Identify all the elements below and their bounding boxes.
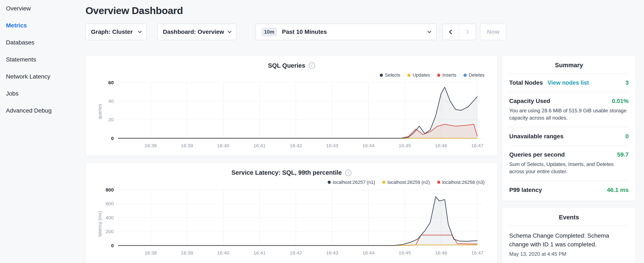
svg-text:16:43: 16:43 bbox=[326, 143, 338, 148]
summary-row-p99-latency: P99 latency 46.1 ms bbox=[509, 181, 629, 199]
svg-text:16:44: 16:44 bbox=[362, 250, 374, 255]
charts-column: SQL Queries i SelectsUpdatesInsertsDelet… bbox=[86, 55, 498, 263]
svg-text:16:38: 16:38 bbox=[144, 250, 157, 255]
summary-value: 3 bbox=[625, 79, 629, 86]
time-forward-button[interactable] bbox=[459, 24, 476, 40]
legend-dot-icon bbox=[407, 74, 410, 77]
time-back-button[interactable] bbox=[443, 24, 459, 40]
svg-text:0: 0 bbox=[111, 136, 114, 141]
time-range-label: Past 10 Minutes bbox=[282, 29, 327, 35]
service-latency-chart-card: Service Latency: SQL, 99th percentile i … bbox=[86, 162, 498, 263]
dashboard-dropdown-label: Dashboard: Overview bbox=[163, 29, 224, 35]
summary-label: Queries per second bbox=[509, 151, 565, 158]
legend-item: localhost:26259 (n2) bbox=[382, 179, 430, 185]
svg-text:40: 40 bbox=[108, 98, 114, 104]
right-sidebar: Summary Total Nodes View nodes list 3 Ca… bbox=[502, 55, 636, 263]
legend-item: Deletes bbox=[464, 72, 484, 78]
sidebar-item-statements[interactable]: Statements bbox=[0, 51, 86, 68]
sql-queries-chart-card: SQL Queries i SelectsUpdatesInsertsDelet… bbox=[86, 55, 498, 156]
time-range-selector[interactable]: 10m Past 10 Minutes bbox=[256, 24, 437, 40]
plot-area: latency (ms) 16:3816:3916:4016:4116:4216… bbox=[94, 187, 489, 258]
svg-text:20: 20 bbox=[108, 117, 114, 122]
graph-dropdown-label: Graph: Cluster bbox=[91, 29, 133, 35]
chart-title: Service Latency: SQL, 99th percentile bbox=[232, 169, 342, 176]
time-nav-group bbox=[442, 24, 476, 40]
main-content: Overview Dashboard Graph: Cluster Dashbo… bbox=[86, 0, 644, 263]
svg-text:16:41: 16:41 bbox=[254, 143, 266, 148]
summary-description: You are using 28.6 MiB of 515.9 GiB usab… bbox=[509, 107, 629, 122]
y-axis-label: latency (ms) bbox=[97, 211, 103, 237]
svg-text:16:40: 16:40 bbox=[217, 250, 229, 255]
summary-row-unavailable-ranges: Unavailable ranges 0 bbox=[509, 127, 629, 146]
svg-text:16:41: 16:41 bbox=[254, 250, 266, 255]
summary-row-queries-per-second: Queries per second 59.7 Sum of Selects, … bbox=[509, 146, 629, 181]
summary-value: 0.01% bbox=[612, 98, 629, 105]
dashboard-dropdown[interactable]: Dashboard: Overview bbox=[157, 24, 236, 40]
svg-text:16:45: 16:45 bbox=[399, 143, 411, 148]
legend-item: Inserts bbox=[437, 72, 456, 78]
sidebar-item-advanced-debug[interactable]: Advanced Debug bbox=[0, 102, 86, 119]
event-timestamp: May 13, 2020 at 4:45 PM bbox=[509, 251, 629, 257]
sidebar-item-databases[interactable]: Databases bbox=[0, 34, 86, 51]
summary-value: 46.1 ms bbox=[607, 187, 629, 193]
summary-label: Unavailable ranges bbox=[509, 133, 564, 140]
sidebar-item-network-latency[interactable]: Network Latency bbox=[0, 68, 86, 85]
svg-text:16:39: 16:39 bbox=[181, 250, 193, 255]
svg-text:16:42: 16:42 bbox=[290, 143, 302, 148]
svg-text:16:43: 16:43 bbox=[326, 250, 338, 255]
summary-label: Total Nodes bbox=[509, 79, 543, 86]
svg-text:16:38: 16:38 bbox=[144, 143, 157, 148]
legend-item: Selects bbox=[380, 72, 400, 78]
time-range-badge: 10m bbox=[262, 28, 277, 36]
graph-dropdown[interactable]: Graph: Cluster bbox=[86, 24, 147, 40]
svg-text:16:47: 16:47 bbox=[471, 143, 484, 148]
svg-text:16:40: 16:40 bbox=[217, 143, 229, 148]
sidebar-item-jobs[interactable]: Jobs bbox=[0, 85, 86, 102]
summary-label: P99 latency bbox=[509, 187, 542, 193]
summary-row-capacity-used: Capacity Used 0.01% You are using 28.6 M… bbox=[509, 92, 629, 127]
service-latency-plot: 16:3816:3916:4016:4116:4216:4316:4416:45… bbox=[94, 187, 489, 258]
sidebar-item-overview[interactable]: Overview bbox=[0, 0, 86, 17]
legend-dot-icon bbox=[382, 181, 386, 184]
summary-value: 59.7 bbox=[617, 151, 629, 158]
legend-dot-icon bbox=[437, 181, 440, 184]
toolbar: Graph: Cluster Dashboard: Overview 10m P… bbox=[86, 24, 636, 40]
summary-panel: Summary Total Nodes View nodes list 3 Ca… bbox=[502, 55, 636, 201]
view-nodes-list-link[interactable]: View nodes list bbox=[548, 80, 589, 86]
svg-text:16:46: 16:46 bbox=[435, 250, 447, 255]
legend-dot-icon bbox=[328, 181, 331, 184]
summary-description: Sum of Selects, Updates, Inserts, and De… bbox=[509, 161, 629, 175]
svg-text:16:39: 16:39 bbox=[181, 143, 193, 148]
summary-title: Summary bbox=[509, 55, 629, 74]
chevron-down-icon bbox=[427, 29, 431, 33]
legend-item: localhost:26258 (n3) bbox=[437, 179, 484, 185]
svg-text:60: 60 bbox=[108, 80, 114, 85]
sidebar: Overview Metrics Databases Statements Ne… bbox=[0, 0, 86, 263]
svg-text:600: 600 bbox=[106, 201, 114, 206]
summary-row-total-nodes: Total Nodes View nodes list 3 bbox=[509, 74, 629, 92]
svg-text:16:42: 16:42 bbox=[290, 250, 302, 255]
svg-text:400: 400 bbox=[106, 215, 114, 220]
chart-title-row: SQL Queries i bbox=[94, 61, 489, 70]
sql-queries-plot: 16:3816:3916:4016:4116:4216:4316:4416:45… bbox=[94, 80, 489, 151]
page-title: Overview Dashboard bbox=[86, 5, 636, 16]
events-title: Events bbox=[509, 207, 629, 226]
sidebar-item-metrics[interactable]: Metrics bbox=[0, 17, 86, 34]
event-item: Schema Change Completed: Schema change w… bbox=[509, 226, 629, 257]
chart-legend: SelectsUpdatesInsertsDeletes bbox=[94, 72, 484, 78]
chart-legend: localhost:26257 (n1)localhost:26259 (n2)… bbox=[94, 179, 484, 185]
legend-item: Updates bbox=[407, 72, 430, 78]
svg-text:16:46: 16:46 bbox=[435, 143, 447, 148]
info-icon[interactable]: i bbox=[345, 170, 352, 176]
content-row: SQL Queries i SelectsUpdatesInsertsDelet… bbox=[86, 55, 636, 263]
info-icon[interactable]: i bbox=[309, 62, 315, 69]
legend-dot-icon bbox=[464, 74, 467, 77]
summary-label: Capacity Used bbox=[509, 98, 550, 105]
now-button[interactable]: Now bbox=[480, 24, 506, 40]
events-panel: Events Schema Change Completed: Schema c… bbox=[502, 207, 636, 263]
chevron-right-icon bbox=[464, 30, 469, 35]
legend-dot-icon bbox=[380, 74, 383, 77]
chart-title-row: Service Latency: SQL, 99th percentile i bbox=[94, 168, 489, 177]
chart-title: SQL Queries bbox=[268, 62, 305, 69]
app-root: Overview Metrics Databases Statements Ne… bbox=[0, 0, 644, 263]
